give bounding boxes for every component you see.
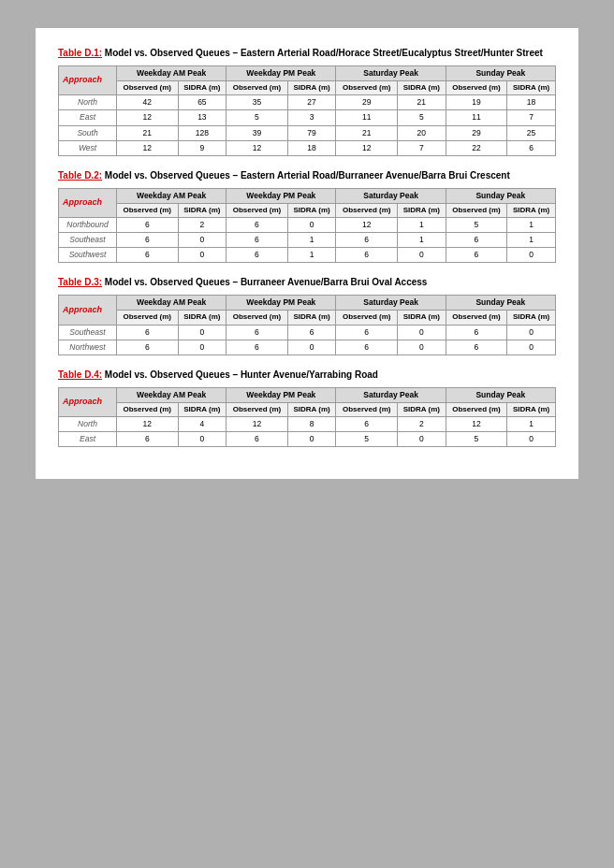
col-header-3: Sunday Peak bbox=[446, 296, 555, 311]
cell-1-5: 0 bbox=[397, 340, 446, 354]
cell-1-1: 0 bbox=[178, 340, 227, 354]
sub-header-2-1: SIDRA (m) bbox=[397, 203, 446, 217]
cell-0-4: 6 bbox=[336, 325, 398, 340]
cell-1-5: 0 bbox=[397, 432, 446, 447]
cell-0-7: 1 bbox=[507, 218, 556, 233]
approach-cell: North bbox=[59, 95, 117, 110]
cell-2-1: 128 bbox=[178, 125, 227, 140]
table-row: Northwest60606060 bbox=[59, 340, 556, 354]
approach-header: Approach bbox=[59, 296, 117, 325]
sub-header-0-1: SIDRA (m) bbox=[178, 311, 227, 325]
cell-1-3: 3 bbox=[287, 110, 336, 125]
cell-1-1: 13 bbox=[178, 110, 227, 125]
col-header-0: Weekday AM Peak bbox=[117, 387, 227, 402]
sub-header-2-1: SIDRA (m) bbox=[397, 81, 446, 95]
cell-1-5: 1 bbox=[397, 233, 446, 248]
table-label-D4: Table D.4: bbox=[58, 369, 102, 380]
sub-header-3-1: SIDRA (m) bbox=[507, 81, 556, 95]
sub-header-0-0: Observed (m) bbox=[117, 81, 179, 95]
approach-header: Approach bbox=[59, 387, 117, 416]
cell-1-3: 0 bbox=[287, 340, 336, 354]
cell-2-7: 0 bbox=[507, 248, 556, 263]
table-D2: ApproachWeekday AM PeakWeekday PM PeakSa… bbox=[58, 188, 556, 264]
cell-3-2: 12 bbox=[227, 140, 288, 155]
cell-3-3: 18 bbox=[287, 140, 336, 155]
col-header-2: Saturday Peak bbox=[336, 387, 446, 402]
cell-2-4: 6 bbox=[336, 248, 398, 263]
cell-2-1: 0 bbox=[178, 248, 227, 263]
cell-1-1: 0 bbox=[178, 432, 227, 447]
cell-0-0: 12 bbox=[117, 417, 179, 432]
approach-cell: Southeast bbox=[59, 325, 117, 340]
cell-0-3: 27 bbox=[287, 95, 336, 110]
cell-2-0: 21 bbox=[117, 125, 179, 140]
cell-1-0: 6 bbox=[117, 340, 179, 354]
table-row: Southwest60616060 bbox=[59, 248, 556, 263]
col-header-3: Sunday Peak bbox=[446, 66, 555, 81]
sub-header-1-0: Observed (m) bbox=[227, 402, 288, 416]
sub-header-1-1: SIDRA (m) bbox=[287, 311, 336, 325]
col-header-3: Sunday Peak bbox=[446, 387, 555, 402]
table-label-D2: Table D.2: bbox=[58, 170, 102, 181]
table-title-D3: Table D.3: Model vs. Observed Queues – B… bbox=[58, 276, 556, 289]
cell-1-6: 5 bbox=[446, 432, 507, 447]
cell-0-0: 6 bbox=[117, 325, 179, 340]
cell-1-7: 1 bbox=[507, 233, 556, 248]
cell-1-6: 6 bbox=[446, 340, 507, 354]
cell-1-2: 6 bbox=[227, 233, 288, 248]
cell-1-5: 5 bbox=[397, 110, 446, 125]
sub-header-3-0: Observed (m) bbox=[446, 402, 507, 416]
table-label-D1: Table D.1: bbox=[58, 48, 102, 58]
table-row: North12412862121 bbox=[59, 417, 556, 432]
col-header-1: Weekday PM Peak bbox=[227, 66, 336, 81]
table-label-D3: Table D.3: bbox=[58, 277, 102, 287]
cell-3-7: 6 bbox=[507, 140, 556, 155]
cell-1-4: 11 bbox=[336, 110, 398, 125]
cell-1-4: 6 bbox=[336, 340, 398, 354]
cell-0-5: 21 bbox=[397, 95, 446, 110]
table-D1: ApproachWeekday AM PeakWeekday PM PeakSa… bbox=[58, 65, 556, 156]
sub-header-1-0: Observed (m) bbox=[227, 203, 288, 217]
table-title-D1: Table D.1: Model vs. Observed Queues – E… bbox=[58, 47, 556, 60]
sub-header-3-1: SIDRA (m) bbox=[507, 203, 556, 217]
cell-0-0: 6 bbox=[117, 218, 179, 233]
table-row: North4265352729211918 bbox=[59, 95, 556, 110]
col-header-0: Weekday AM Peak bbox=[117, 296, 227, 311]
cell-0-7: 18 bbox=[507, 95, 556, 110]
cell-3-1: 9 bbox=[178, 140, 227, 155]
cell-1-0: 6 bbox=[117, 432, 179, 447]
col-header-1: Weekday PM Peak bbox=[227, 188, 336, 203]
table-D4: ApproachWeekday AM PeakWeekday PM PeakSa… bbox=[58, 387, 556, 448]
cell-1-0: 12 bbox=[117, 110, 179, 125]
cell-0-7: 1 bbox=[507, 417, 556, 432]
cell-1-4: 5 bbox=[336, 432, 398, 447]
sub-header-3-1: SIDRA (m) bbox=[507, 311, 556, 325]
cell-0-2: 12 bbox=[227, 417, 288, 432]
cell-0-6: 19 bbox=[446, 95, 507, 110]
sub-header-1-1: SIDRA (m) bbox=[287, 81, 336, 95]
cell-0-1: 4 bbox=[178, 417, 227, 432]
sub-header-0-0: Observed (m) bbox=[117, 311, 179, 325]
cell-3-0: 12 bbox=[117, 140, 179, 155]
cell-0-5: 1 bbox=[397, 218, 446, 233]
cell-0-4: 12 bbox=[336, 218, 398, 233]
cell-1-3: 0 bbox=[287, 432, 336, 447]
cell-1-3: 1 bbox=[287, 233, 336, 248]
sub-header-0-1: SIDRA (m) bbox=[178, 203, 227, 217]
approach-cell: Northwest bbox=[59, 340, 117, 354]
col-header-2: Saturday Peak bbox=[336, 66, 446, 81]
table-row: Northbound626012151 bbox=[59, 218, 556, 233]
table-title-D4: Table D.4: Model vs. Observed Queues – H… bbox=[58, 369, 556, 382]
sub-header-3-0: Observed (m) bbox=[446, 203, 507, 217]
cell-3-5: 7 bbox=[397, 140, 446, 155]
col-header-2: Saturday Peak bbox=[336, 296, 446, 311]
sub-header-0-0: Observed (m) bbox=[117, 203, 179, 217]
sub-header-3-0: Observed (m) bbox=[446, 311, 507, 325]
cell-2-6: 6 bbox=[446, 248, 507, 263]
cell-1-1: 0 bbox=[178, 233, 227, 248]
cell-0-4: 6 bbox=[336, 417, 398, 432]
cell-0-2: 6 bbox=[227, 218, 288, 233]
cell-0-1: 65 bbox=[178, 95, 227, 110]
cell-0-1: 2 bbox=[178, 218, 227, 233]
cell-0-3: 8 bbox=[287, 417, 336, 432]
